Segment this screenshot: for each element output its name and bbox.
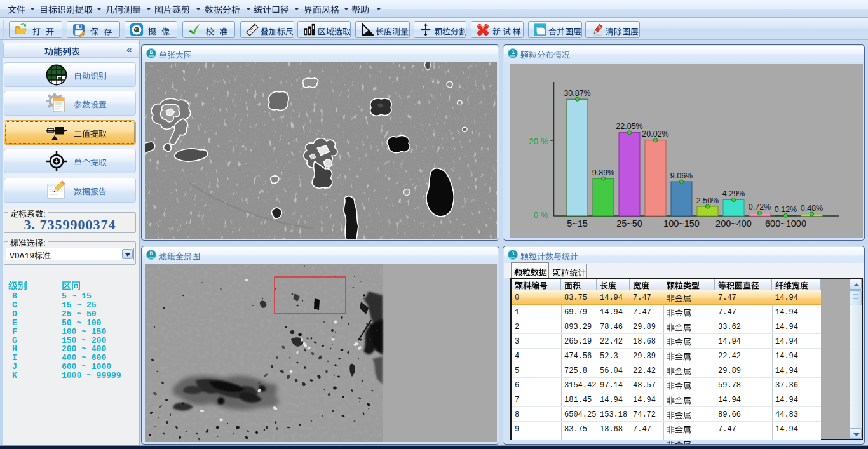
svg-text:20.02%: 20.02% xyxy=(642,130,668,138)
svg-text:0.12%: 0.12% xyxy=(775,205,797,214)
svg-text:100~150: 100~150 xyxy=(663,218,700,229)
svg-text:600~1000: 600~1000 xyxy=(765,218,806,229)
svg-text:2.50%: 2.50% xyxy=(696,196,719,205)
svg-text:9.89%: 9.89% xyxy=(592,168,614,177)
svg-text:0 %: 0 % xyxy=(534,210,548,220)
svg-text:200~400: 200~400 xyxy=(715,218,752,229)
svg-text:0.72%: 0.72% xyxy=(749,203,771,211)
svg-text:4.29%: 4.29% xyxy=(722,189,745,198)
svg-text:25~50: 25~50 xyxy=(616,218,642,229)
svg-text:0.48%: 0.48% xyxy=(801,204,823,213)
svg-text:9.06%: 9.06% xyxy=(670,171,693,180)
svg-text:20 %: 20 % xyxy=(529,137,548,146)
svg-text:30.87%: 30.87% xyxy=(564,89,590,98)
svg-text:5~15: 5~15 xyxy=(567,218,588,229)
svg-text:22.05%: 22.05% xyxy=(616,122,642,131)
